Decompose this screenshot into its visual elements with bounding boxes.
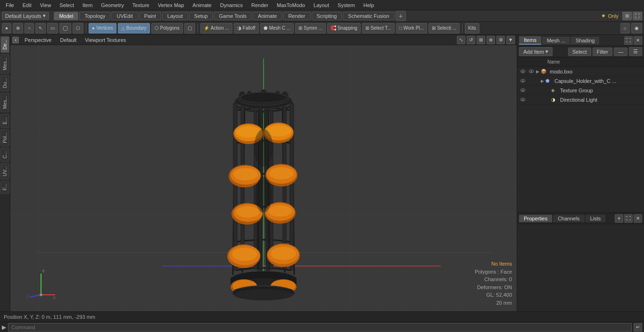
toolbar-poly-btn[interactable]: ⬡ (73, 23, 83, 33)
menu-dynamics[interactable]: Dynamics (216, 1, 247, 9)
toolbar-polygons-btn[interactable]: ⬡ Polygons (151, 23, 183, 33)
items-tab-expand-btn[interactable]: ⛶ (624, 36, 633, 45)
sidebar-tab-6[interactable]: C... (0, 148, 9, 162)
layout-tab-uvedit[interactable]: UVEdit (111, 12, 138, 20)
sidebar-tab-0[interactable]: De... (0, 36, 9, 53)
toolbar-snap-btn[interactable]: 🧲 Snapping (327, 23, 361, 33)
tree-arrow-1[interactable]: ▶ (541, 79, 545, 83)
toolbar-circle2-btn[interactable]: ◯ (59, 23, 71, 33)
vp-ctrl-zoom[interactable]: ⊞ (477, 36, 485, 44)
toolbar-work-pl-btn[interactable]: □ Work Pl... (396, 23, 427, 33)
layout-tab-game-tools[interactable]: Game Tools (214, 12, 252, 20)
items-tab-shading[interactable]: Shading (571, 37, 599, 44)
viewport-perspective[interactable]: Perspective (22, 37, 54, 43)
layout-tab-layout[interactable]: Layout (162, 12, 188, 20)
items-tab-mesh[interactable]: Mesh ... (542, 37, 570, 44)
prop-tab-channels[interactable]: Channels (553, 215, 584, 222)
prop-tab-lists[interactable]: Lists (586, 215, 606, 222)
menu-maxtomodo[interactable]: MaxToModo (273, 1, 309, 9)
toolbar-mesh-btn[interactable]: ⬟ Mesh C ... (260, 23, 294, 33)
vp-ctrl-rotate[interactable]: ↺ (467, 36, 475, 44)
items-tab-items[interactable]: Items (519, 36, 541, 45)
toolbar-symm-btn[interactable]: ⊞ Symm ... (295, 23, 325, 33)
tree-item-modo-bxo[interactable]: ▶ 📦 modo.bxo (517, 67, 644, 76)
prop-tab-properties[interactable]: Properties (519, 215, 552, 222)
vp-ctrl-expand[interactable]: ⤡ (457, 36, 465, 44)
toolbar-falloff-btn[interactable]: ◑ Falloff (234, 23, 259, 33)
toolbar-select-i-btn[interactable]: ⊞ Selecti ... (429, 23, 460, 33)
filter-button[interactable]: Filter (593, 48, 612, 56)
menu-animate[interactable]: Animate (189, 1, 215, 9)
vp-ctrl-settings[interactable]: ⚙ (496, 36, 505, 44)
menu-layout[interactable]: Layout (310, 1, 333, 9)
maximize-btn[interactable]: ⊞ (622, 12, 632, 20)
toolbar-boundary-btn[interactable]: △ Boundary (118, 23, 150, 33)
toolbar-kits-btn[interactable]: Kits (465, 23, 479, 33)
viewport-textures[interactable]: Viewport Textures (82, 37, 129, 43)
sidebar-tab-8[interactable]: F... (0, 181, 9, 194)
tree-arrow-0[interactable]: ▶ (536, 69, 541, 74)
add-item-button[interactable]: Add Item ▾ (519, 47, 553, 56)
toolbar-home-btn[interactable]: ⌂ (620, 23, 630, 33)
toolbar-action-btn[interactable]: ⚡ Action ... (200, 23, 232, 33)
layout-tab-setup[interactable]: Setup (189, 12, 213, 20)
items-options-btn[interactable]: ☰ (629, 47, 642, 56)
layout-tab-topology[interactable]: Topology (79, 12, 110, 20)
layout-tab-animate[interactable]: Animate (253, 12, 282, 20)
items-collapse-btn[interactable]: — (614, 48, 627, 56)
toolbar-select-t-btn[interactable]: ⊞ Select T... (362, 23, 395, 33)
sidebar-tab-5[interactable]: Pol... (0, 129, 9, 146)
sidebar-tab-2[interactable]: Du... (0, 75, 9, 91)
toolbar-globe-btn[interactable]: ⊕ (13, 23, 23, 33)
layout-add-tab[interactable]: + (396, 11, 406, 21)
prop-tab-close[interactable]: ✕ (634, 214, 642, 223)
layout-tab-model[interactable]: Model (54, 12, 78, 20)
fullscreen-btn[interactable]: ⛶ (633, 12, 642, 20)
prop-tab-expand[interactable]: ⛶ (624, 214, 633, 223)
menu-texture[interactable]: Texture (129, 1, 153, 9)
sidebar-tab-3[interactable]: Mes... (0, 93, 9, 112)
tree-item-capsule-holder[interactable]: ▶ ⬟ Capsule_Holder_with_C ... (517, 76, 644, 86)
tree-eye-1[interactable] (519, 77, 527, 85)
tree-eye-3[interactable] (519, 96, 527, 104)
sidebar-tab-1[interactable]: Mes... (0, 54, 9, 73)
tree-item-texture-group[interactable]: ▷ ◈ Texture Group (517, 86, 644, 95)
menu-edit[interactable]: Edit (19, 1, 35, 9)
menu-select[interactable]: Select (56, 1, 78, 9)
vp-ctrl-dropdown[interactable]: ▼ (506, 36, 515, 44)
toolbar-dot-btn[interactable]: ● (2, 23, 11, 33)
viewport-toggle[interactable]: ▪ (12, 37, 19, 43)
menu-geometry[interactable]: Geometry (97, 1, 127, 9)
prop-tab-plus[interactable]: + (615, 214, 623, 223)
toolbar-cursor-btn[interactable]: ↖ (35, 23, 46, 33)
menu-render[interactable]: Render (248, 1, 272, 9)
vp-ctrl-fit[interactable]: ⊕ (487, 36, 495, 44)
tree-eye-0[interactable] (519, 68, 527, 75)
layout-tab-render[interactable]: Render (283, 12, 310, 20)
toolbar-rect-btn[interactable]: ▭ (47, 23, 58, 33)
tree-eye2-0[interactable] (528, 68, 535, 75)
layout-dropdown[interactable]: Default Layouts ▾ (2, 12, 49, 20)
viewport-default[interactable]: Default (57, 37, 79, 43)
tree-arrow-3[interactable]: ▷ (546, 97, 551, 102)
menu-view[interactable]: View (36, 1, 55, 9)
layout-tab-schematic[interactable]: Schematic Fusion (343, 12, 394, 20)
toolbar-square-btn[interactable]: ▢ (184, 23, 195, 33)
layout-tab-paint[interactable]: Paint (139, 12, 161, 20)
tree-item-directional-light[interactable]: ▷ ◑ Directional Light (517, 95, 644, 105)
toolbar-circle-btn[interactable]: ○ (25, 23, 34, 33)
command-arrow[interactable]: ▶ (2, 324, 6, 331)
menu-help[interactable]: Help (360, 1, 378, 9)
menu-vertex-map[interactable]: Vertex Map (154, 1, 188, 9)
toolbar-vertices-btn[interactable]: ● Vertices (89, 23, 116, 33)
tree-eye-2[interactable] (519, 87, 527, 94)
select-button[interactable]: Select (568, 48, 591, 56)
layout-tab-scripting[interactable]: Scripting (312, 12, 342, 20)
menu-file[interactable]: File (2, 1, 18, 9)
items-tab-close-btn[interactable]: ✕ (634, 36, 642, 45)
tree-arrow-2[interactable]: ▷ (546, 88, 551, 93)
menu-system[interactable]: System (334, 1, 359, 9)
viewport-3d[interactable]: Y X Z No Items (10, 45, 517, 311)
sidebar-tab-4[interactable]: E... (0, 114, 9, 128)
toolbar-eye-btn[interactable]: ◉ (631, 23, 642, 33)
